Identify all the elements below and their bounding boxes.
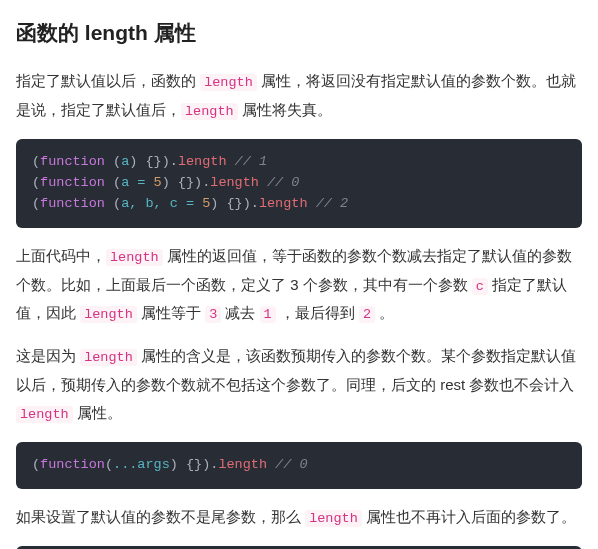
text: 指定了默认值以后，函数的 xyxy=(16,72,200,89)
keyword: function xyxy=(40,154,105,169)
code-line: (function(...args) {}).length // 0 xyxy=(32,455,566,476)
inline-code-length: length xyxy=(80,306,137,323)
punct: ) xyxy=(243,196,251,211)
inline-code-length: length xyxy=(106,249,163,266)
param: args xyxy=(137,457,169,472)
number: 5 xyxy=(145,175,161,190)
inline-code-length: length xyxy=(200,74,257,91)
keyword: function xyxy=(40,196,105,211)
comment: // 1 xyxy=(235,154,267,169)
prop-length: length xyxy=(178,154,227,169)
code-line: (function (a, b, c = 5) {}).length // 2 xyxy=(32,194,566,215)
code-line: (function (a) {}).length // 1 xyxy=(32,152,566,173)
space xyxy=(267,457,275,472)
prop-length: length xyxy=(218,457,267,472)
paragraph-4: 如果设置了默认值的参数不是尾参数，那么 length 属性也不再计入后面的参数了… xyxy=(16,503,582,532)
comment: // 0 xyxy=(275,457,307,472)
inline-code-3: 3 xyxy=(205,306,221,323)
text: 属性等于 xyxy=(137,304,205,321)
space xyxy=(105,154,113,169)
text: 属性也不再计入后面的参数了。 xyxy=(362,508,576,525)
code-block-2: (function(...args) {}).length // 0 xyxy=(16,442,582,489)
text: 属性。 xyxy=(73,404,122,421)
punct: ( xyxy=(32,457,40,472)
punct: ) xyxy=(170,457,178,472)
inline-code-length: length xyxy=(16,406,73,423)
body: {} xyxy=(137,154,161,169)
spread: ... xyxy=(113,457,137,472)
keyword: function xyxy=(40,175,105,190)
keyword: function xyxy=(40,457,105,472)
text: 属性将失真。 xyxy=(238,101,332,118)
param: a, b, c xyxy=(121,196,186,211)
paragraph-2: 上面代码中，length 属性的返回值，等于函数的参数个数减去指定了默认值的参数… xyxy=(16,242,582,329)
comment: // 2 xyxy=(316,196,348,211)
space xyxy=(308,196,316,211)
number: 5 xyxy=(194,196,210,211)
inline-code-length: length xyxy=(305,510,362,527)
punct: ( xyxy=(113,154,121,169)
prop-length: length xyxy=(259,196,308,211)
dot: . xyxy=(251,196,259,211)
comment: // 0 xyxy=(267,175,299,190)
paragraph-3: 这是因为 length 属性的含义是，该函数预期传入的参数个数。某个参数指定默认… xyxy=(16,342,582,428)
param: a xyxy=(121,175,137,190)
body: {} xyxy=(170,175,194,190)
code-line: (function (a = 5) {}).length // 0 xyxy=(32,173,566,194)
text: 减去 xyxy=(221,304,259,321)
text: 上面代码中， xyxy=(16,247,106,264)
space xyxy=(105,175,113,190)
text: ，最后得到 xyxy=(276,304,359,321)
inline-code-length: length xyxy=(181,103,238,120)
text: 如果设置了默认值的参数不是尾参数，那么 xyxy=(16,508,305,525)
punct: ( xyxy=(113,175,121,190)
operator: = xyxy=(186,196,194,211)
prop-length: length xyxy=(210,175,259,190)
inline-code-1: 1 xyxy=(260,306,276,323)
punct: ) xyxy=(162,154,170,169)
code-block-1: (function (a) {}).length // 1(function (… xyxy=(16,139,582,228)
punct: ( xyxy=(32,196,40,211)
text: 。 xyxy=(375,304,394,321)
space xyxy=(259,175,267,190)
body: {} xyxy=(218,196,242,211)
punct: ) xyxy=(162,175,170,190)
space xyxy=(105,196,113,211)
punct: ( xyxy=(113,196,121,211)
punct: ( xyxy=(32,154,40,169)
section-heading: 函数的 length 属性 xyxy=(16,14,582,53)
space xyxy=(227,154,235,169)
punct: ( xyxy=(32,175,40,190)
body: {} xyxy=(178,457,202,472)
paragraph-1: 指定了默认值以后，函数的 length 属性，将返回没有指定默认值的参数个数。也… xyxy=(16,67,582,125)
punct: ) xyxy=(194,175,202,190)
text: 这是因为 xyxy=(16,347,80,364)
punct: ( xyxy=(105,457,113,472)
inline-code-length: length xyxy=(80,349,137,366)
inline-code-2: 2 xyxy=(359,306,375,323)
dot: . xyxy=(170,154,178,169)
inline-code-c: c xyxy=(472,278,488,295)
